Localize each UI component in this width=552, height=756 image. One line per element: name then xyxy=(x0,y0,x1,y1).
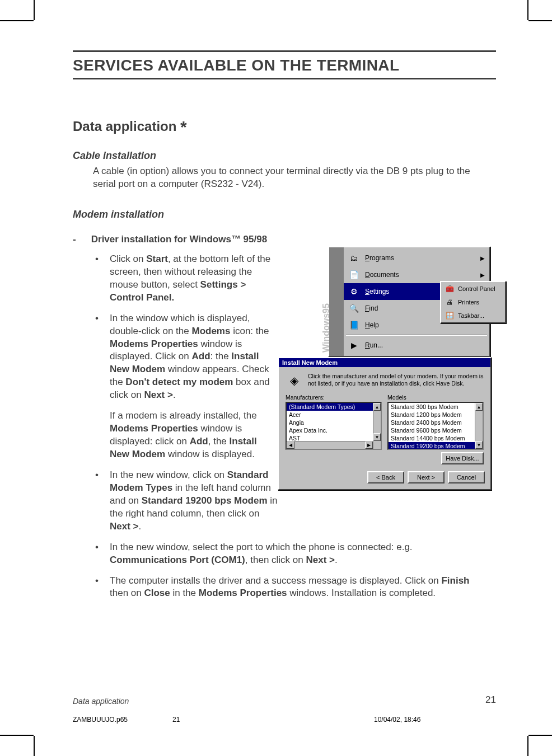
manufacturers-listbox[interactable]: (Standard Modem Types) Acer Angia Apex D… xyxy=(286,402,382,450)
bold: Modems Properties xyxy=(110,339,198,349)
text: , then click on xyxy=(245,555,306,565)
list-item[interactable]: Acer xyxy=(287,411,381,419)
bold: Next > xyxy=(306,555,335,565)
scrollbar-horizontal[interactable]: ◀▶ xyxy=(287,441,373,449)
lbl: rinters xyxy=(462,299,479,306)
menu-item-programs[interactable]: 🗂Programs▶ xyxy=(344,250,489,266)
bold: Modems Properties xyxy=(110,423,198,434)
list-item[interactable]: Apex Data Inc. xyxy=(287,426,381,434)
text: : the xyxy=(210,351,232,361)
bold: Modems xyxy=(191,326,230,336)
scroll-down-icon[interactable]: ▼ xyxy=(373,433,381,441)
lbl: ontrol Panel xyxy=(462,285,495,292)
chevron-right-icon: ▶ xyxy=(480,272,485,278)
text: then on xyxy=(110,588,144,598)
list-item[interactable]: Standard 300 bps Modem xyxy=(389,403,483,411)
asterisk-icon: * xyxy=(180,118,187,136)
models-listbox[interactable]: Standard 300 bps Modem Standard 1200 bps… xyxy=(387,402,484,450)
cancel-button[interactable]: Cancel xyxy=(448,471,485,483)
bullet-icon: • xyxy=(95,312,99,325)
print-footer: ZAMBUUUJO.p65 21 10/04/02, 18:46 xyxy=(38,716,530,724)
start-menu: Windows95 🗂Programs▶ 📄Documents▶ ⚙Settin… xyxy=(328,246,490,357)
list-heading-text: Driver installation for Windows™ 95/98 xyxy=(91,234,267,245)
scrollbar-vertical[interactable]: ▲▼ xyxy=(373,403,381,449)
manufacturers-label: Manufacturers: xyxy=(286,394,382,401)
list-item[interactable]: Angia xyxy=(287,419,381,426)
print-datetime: 10/04/02, 18:46 xyxy=(329,716,530,724)
flyout-item-control-panel[interactable]: 🧰Control Panel xyxy=(441,282,505,295)
text: in the xyxy=(170,588,199,598)
text: window is displayed. xyxy=(165,449,255,459)
lbl: rograms xyxy=(369,254,394,262)
settings-icon: ⚙ xyxy=(347,286,361,297)
ul: P xyxy=(365,254,369,262)
bold: Start xyxy=(146,253,168,264)
text: , the xyxy=(208,436,230,447)
back-button[interactable]: < Back xyxy=(367,471,404,483)
printers-icon: 🖨 xyxy=(445,298,455,307)
text: icon: the xyxy=(230,326,269,336)
documents-icon: 📄 xyxy=(347,269,361,280)
list-item[interactable]: Standard 19200 bps Modem xyxy=(389,442,483,450)
bold: Standard 19200 bps Modem xyxy=(142,495,268,506)
bullet-icon: • xyxy=(95,575,99,588)
scroll-up-icon[interactable]: ▲ xyxy=(373,403,381,411)
strip-text: Windows95 xyxy=(321,303,331,353)
text: If a modem is already installed, the xyxy=(110,410,257,421)
crop-mark xyxy=(528,735,552,736)
bold: Finish xyxy=(441,575,469,586)
crop-mark xyxy=(0,735,34,736)
ul: R xyxy=(365,341,370,349)
bold: Close xyxy=(144,588,170,598)
crop-mark xyxy=(527,0,528,20)
text: . xyxy=(173,389,176,400)
list-item-sub: If a modem is already installed, the Mod… xyxy=(110,410,278,461)
next-button[interactable]: Next > xyxy=(408,471,445,483)
dash-bullet: - xyxy=(73,234,88,245)
flyout-item-printers[interactable]: 🖨Printers xyxy=(441,295,505,309)
subheading-cable: Cable installation xyxy=(73,150,496,162)
scroll-left-icon[interactable]: ◀ xyxy=(287,442,294,449)
print-filename: ZAMBUUUJO.p65 xyxy=(38,716,172,724)
list-item: • In the new window, select the port to … xyxy=(110,541,490,567)
list-item[interactable]: Standard 1200 bps Modem xyxy=(389,411,483,419)
control-panel-icon: 🧰 xyxy=(445,284,455,293)
run-icon: ▶ xyxy=(347,340,361,351)
list-item: • Click on Start, at the bottom left of … xyxy=(110,253,278,304)
list-item[interactable]: (Standard Modem Types) xyxy=(287,403,381,411)
settings-flyout: 🧰Control Panel 🖨Printers 🪟Taskbar... xyxy=(440,281,506,323)
text: Click on xyxy=(110,253,146,264)
list-item[interactable]: Standard 14400 bps Modem xyxy=(389,434,483,442)
separator xyxy=(346,335,487,336)
rule xyxy=(73,50,496,52)
scroll-down-icon[interactable]: ▼ xyxy=(475,441,483,449)
section-heading: Data application * xyxy=(73,119,496,138)
text: In the new window, select the port to wh… xyxy=(110,542,413,552)
screenshot-illustration: Windows95 🗂Programs▶ 📄Documents▶ ⚙Settin… xyxy=(278,246,496,481)
list-item: • In the window which is displayed, doub… xyxy=(110,312,278,402)
paragraph: A cable (in option) allows you to connec… xyxy=(93,165,490,191)
taskbar-icon: 🪟 xyxy=(445,311,455,320)
text: . xyxy=(335,555,338,565)
lbl: askbar... xyxy=(461,312,485,319)
bold: Add xyxy=(191,351,210,361)
text: . xyxy=(139,521,142,532)
list-item[interactable]: Standard 2400 bps Modem xyxy=(389,419,483,426)
bold: Modems Properties xyxy=(199,588,287,598)
crop-mark xyxy=(528,20,552,21)
scroll-up-icon[interactable]: ▲ xyxy=(475,403,483,411)
list-item: • In the new window, click on Standard M… xyxy=(110,469,278,533)
models-label: Models xyxy=(387,394,484,401)
bullet-icon: • xyxy=(95,253,99,266)
list-item[interactable]: Standard 9600 bps Modem xyxy=(389,426,483,434)
list-heading: - Driver installation for Windows™ 95/98 xyxy=(73,234,496,245)
ul: H xyxy=(365,321,370,329)
wizard-message: Click the manufacturer and model of your… xyxy=(308,373,484,388)
have-disk-button[interactable]: Have Disk... xyxy=(441,452,484,464)
scrollbar-vertical[interactable]: ▲▼ xyxy=(475,403,483,449)
page-content: SERVICES AVAILABLE ON THE TERMINAL Data … xyxy=(73,50,496,722)
ul: S xyxy=(365,288,369,295)
scroll-right-icon[interactable]: ▶ xyxy=(365,442,373,449)
menu-item-run[interactable]: ▶Run... xyxy=(344,337,489,354)
flyout-item-taskbar[interactable]: 🪟Taskbar... xyxy=(441,309,505,322)
